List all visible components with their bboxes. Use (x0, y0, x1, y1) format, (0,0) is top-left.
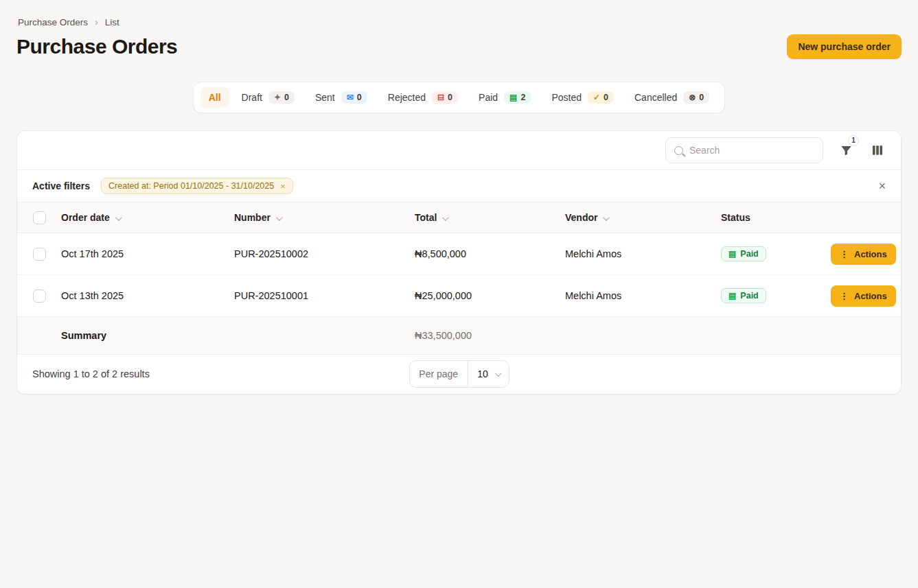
cell-vendor: Melchi Amos (565, 275, 721, 317)
table-row[interactable]: Oct 17th 2025 PUR-202510002 ₦8,500,000 M… (17, 233, 901, 275)
summary-empty-cell (565, 317, 721, 354)
summary-label: Summary (61, 330, 106, 341)
vertical-dots-icon: ⋮ (840, 291, 849, 301)
tab-all-label: All (209, 92, 221, 103)
row-checkbox-cell (17, 233, 61, 275)
cell-actions: ⋮ Actions (831, 233, 901, 275)
purchase-orders-page: Purchase Orders › List Purchase Orders N… (0, 0, 918, 395)
row-actions-button[interactable]: ⋮ Actions (831, 285, 896, 307)
x-circle-icon: ⊗ (689, 93, 696, 102)
filter-chip-created-at: Created at: Period 01/10/2025 - 31/10/20… (101, 178, 293, 194)
column-header-total-label: Total (415, 212, 437, 223)
status-badge-label: Paid (740, 291, 758, 301)
per-page-label: Per page (409, 361, 468, 387)
row-actions-label: Actions (854, 291, 887, 301)
tab-draft-label: Draft (242, 92, 262, 103)
page-title: Purchase Orders (16, 35, 177, 58)
tab-posted[interactable]: Posted ✓ 0 (543, 86, 622, 108)
tabs-card: All Draft ✦ 0 Sent ✉ 0 Rejected ⊟ (193, 82, 726, 113)
tab-paid-label: Paid (479, 92, 498, 103)
tab-posted-label: Posted (551, 92, 582, 103)
filter-count-badge: 1 (848, 135, 859, 146)
results-count-text: Showing 1 to 2 of 2 results (32, 368, 150, 379)
tab-sent[interactable]: Sent ✉ 0 (307, 86, 376, 108)
new-purchase-order-button[interactable]: New purchase order (787, 34, 902, 59)
credit-card-icon: ▤ (509, 93, 517, 102)
summary-total-value: ₦33,500,000 (415, 330, 472, 341)
row-checkbox-cell (17, 275, 61, 317)
tab-draft[interactable]: Draft ✦ 0 (233, 86, 303, 108)
column-header-number-label: Number (234, 212, 271, 223)
status-badge-paid: ▤ Paid (721, 246, 766, 261)
table-header-row: Order date Number Total Vendor Status (17, 202, 901, 233)
tab-rejected-label: Rejected (388, 92, 426, 103)
cell-order-date: Oct 17th 2025 (61, 233, 234, 275)
cell-order-date: Oct 13th 2025 (61, 275, 234, 317)
purchase-orders-table: Order date Number Total Vendor Status Oc… (17, 202, 901, 354)
search-box (665, 137, 823, 163)
tab-rejected-badge: ⊟ 0 (432, 91, 458, 104)
tab-paid-badge: ▤ 2 (504, 91, 531, 104)
summary-empty-cell (17, 317, 61, 354)
select-all-cell (17, 202, 61, 233)
credit-card-icon: ▤ (728, 250, 736, 258)
archive-box-icon: ⊟ (437, 93, 444, 102)
search-input[interactable] (689, 145, 814, 156)
summary-total-cell: ₦33,500,000 (415, 317, 565, 354)
envelope-icon: ✉ (347, 93, 354, 102)
tab-all[interactable]: All (200, 87, 229, 108)
clear-all-filters-button[interactable]: × (878, 180, 886, 192)
cell-actions: ⋮ Actions (831, 275, 901, 317)
row-checkbox[interactable] (33, 290, 46, 303)
chevron-down-icon (495, 370, 502, 377)
column-header-order-date[interactable]: Order date (61, 202, 234, 233)
chevron-right-icon: › (95, 16, 98, 27)
table-row[interactable]: Oct 13th 2025 PUR-202510001 ₦25,000,000 … (17, 275, 901, 317)
column-header-actions (831, 202, 901, 233)
tab-paid[interactable]: Paid ▤ 2 (470, 86, 539, 108)
filter-chip-remove-icon[interactable]: × (280, 182, 286, 191)
column-header-vendor-label: Vendor (565, 212, 597, 223)
sort-chevron-icon (115, 214, 122, 221)
toggle-columns-button[interactable] (869, 142, 886, 158)
purchase-orders-table-card: 1 Active filters Created at: Period 01/1… (16, 130, 902, 395)
column-header-total[interactable]: Total (415, 202, 565, 233)
cell-total: ₦25,000,000 (415, 275, 565, 317)
sort-chevron-icon (603, 214, 610, 221)
per-page-select[interactable]: 10 (468, 361, 509, 387)
row-actions-label: Actions (854, 249, 887, 259)
row-actions-button[interactable]: ⋮ Actions (831, 244, 896, 265)
column-header-vendor[interactable]: Vendor (565, 202, 721, 233)
tab-sent-badge: ✉ 0 (341, 91, 367, 104)
tab-sent-label: Sent (315, 92, 335, 103)
breadcrumb: Purchase Orders › List (16, 16, 902, 27)
active-filters-row: Active filters Created at: Period 01/10/… (17, 169, 901, 202)
cell-total: ₦8,500,000 (415, 233, 565, 275)
tabs-container: All Draft ✦ 0 Sent ✉ 0 Rejected ⊟ (16, 82, 902, 113)
per-page-value: 10 (477, 368, 488, 379)
tab-cancelled[interactable]: Cancelled ⊗ 0 (626, 86, 718, 108)
table-toolbar: 1 (17, 131, 901, 169)
breadcrumb-purchase-orders[interactable]: Purchase Orders (18, 17, 88, 27)
per-page-control: Per page 10 (409, 360, 509, 388)
active-filters-label: Active filters (32, 180, 90, 191)
credit-card-icon: ▤ (728, 292, 736, 300)
sort-chevron-icon (276, 214, 283, 221)
column-header-number[interactable]: Number (234, 202, 415, 233)
cell-status: ▤ Paid (721, 233, 831, 275)
columns-icon (871, 143, 884, 157)
tab-draft-badge: ✦ 0 (268, 91, 295, 104)
sort-chevron-icon (442, 214, 449, 221)
column-header-status: Status (721, 202, 831, 233)
select-all-checkbox[interactable] (33, 211, 46, 224)
cell-vendor: Melchi Amos (565, 233, 721, 275)
filter-chip-text: Created at: Period 01/10/2025 - 31/10/20… (108, 181, 274, 191)
status-badge-label: Paid (740, 249, 758, 259)
filter-button[interactable]: 1 (838, 143, 854, 158)
breadcrumb-list: List (105, 17, 119, 27)
summary-empty-cell (831, 317, 901, 354)
summary-empty-cell (234, 317, 415, 354)
tab-rejected[interactable]: Rejected ⊟ 0 (380, 86, 466, 108)
sparkles-icon: ✦ (274, 93, 281, 102)
row-checkbox[interactable] (33, 248, 46, 261)
